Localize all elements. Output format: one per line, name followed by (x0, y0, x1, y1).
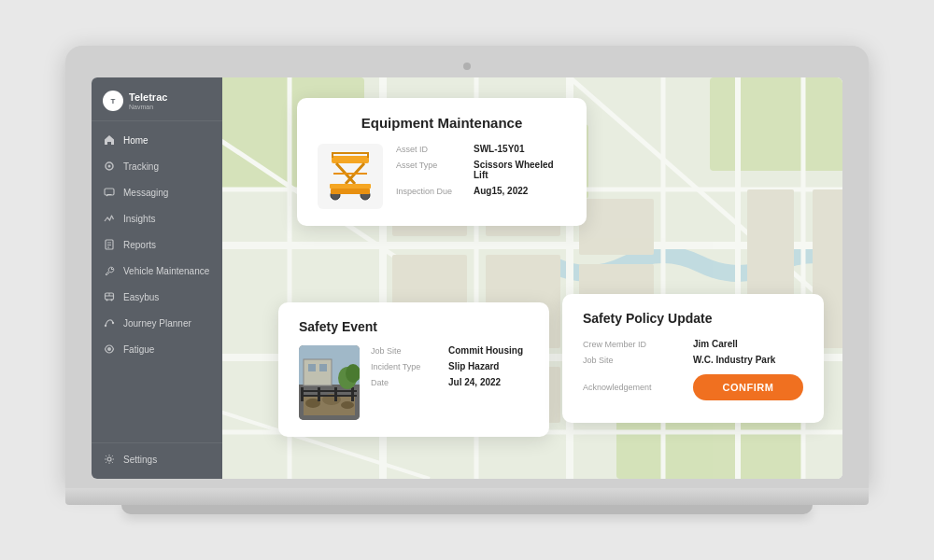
svg-rect-50 (330, 184, 371, 189)
sidebar-item-tracking-label: Tracking (123, 161, 159, 172)
svg-point-8 (106, 300, 108, 301)
svg-point-9 (111, 300, 113, 301)
job-site-row: Job Site Commit Housing (371, 345, 523, 356)
equipment-card-body: Asset ID SWL-15Y01 Asset Type Scissors W… (318, 144, 566, 209)
safety-event-image (299, 345, 360, 420)
maintenance-icon (103, 264, 116, 277)
svg-rect-66 (351, 387, 354, 401)
svg-point-12 (105, 325, 106, 327)
svg-rect-64 (318, 387, 320, 401)
sidebar-item-reports-label: Reports (123, 240, 156, 250)
sidebar-item-easybus-label: Easybus (123, 292, 159, 302)
svg-point-62 (341, 401, 354, 409)
asset-type-row: Asset Type Scissors Wheeled Lift (396, 160, 566, 180)
settings-icon (103, 453, 116, 466)
sidebar-item-journey-planner[interactable]: Journey Planner (92, 310, 222, 336)
screen: T Teletrac Navman Home Tra (92, 77, 842, 479)
sidebar-item-reports[interactable]: Reports (92, 231, 222, 258)
equipment-maintenance-card: Equipment Maintenance (297, 98, 587, 226)
sidebar-item-vehicle-maintenance[interactable]: Vehicle Maintenance (92, 258, 222, 284)
logo-icon: T (103, 91, 123, 111)
settings-item[interactable]: Settings (103, 453, 211, 466)
svg-point-14 (107, 347, 111, 351)
sidebar-item-vehicle-maintenance-label: Vehicle Maintenance (123, 266, 209, 276)
svg-rect-53 (331, 189, 370, 194)
sidebar-item-messaging-label: Messaging (123, 188, 168, 198)
svg-rect-39 (579, 199, 654, 255)
svg-point-13 (112, 322, 114, 324)
laptop-base (65, 488, 869, 505)
logo-text-block: Teletrac Navman (129, 91, 167, 110)
sidebar-item-messaging[interactable]: Messaging (92, 179, 222, 205)
policy-job-site-value: W.C. Industry Park (693, 355, 775, 365)
equipment-card-title: Equipment Maintenance (318, 115, 566, 131)
date-label: Date (371, 378, 441, 387)
job-site-value: Commit Housing (448, 345, 523, 356)
messaging-icon (103, 186, 116, 199)
incident-type-row: Incident Type Slip Hazard (371, 361, 523, 371)
easybus-icon (103, 290, 116, 303)
safety-event-card: Safety Event (278, 302, 549, 437)
equipment-details: Asset ID SWL-15Y01 Asset Type Scissors W… (396, 144, 566, 202)
svg-point-15 (107, 457, 111, 461)
logo-subname: Navman (129, 104, 167, 110)
incident-type-label: Incident Type (371, 362, 441, 371)
svg-rect-72 (319, 364, 327, 371)
asset-id-value: SWL-15Y01 (474, 144, 524, 154)
home-icon (103, 133, 116, 147)
asset-id-row: Asset ID SWL-15Y01 (396, 144, 566, 154)
confirm-button[interactable]: CONFIRM (693, 374, 803, 400)
logo-name: Teletrac (129, 91, 167, 103)
inspection-due-value: Aug15, 2022 (474, 186, 528, 196)
sidebar-item-home-label: Home (123, 135, 149, 146)
inspection-due-label: Inspection Due (396, 187, 466, 196)
svg-point-1 (108, 165, 111, 168)
tracking-icon (103, 160, 116, 173)
svg-rect-46 (332, 156, 369, 163)
sidebar-item-fatigue[interactable]: Fatigue (92, 336, 222, 362)
date-row: Date Jul 24, 2022 (371, 377, 523, 387)
crew-member-row: Crew Member ID Jim Carell (583, 339, 803, 349)
policy-job-site-row: Job Site W.C. Industry Park (583, 355, 803, 365)
safety-event-title: Safety Event (299, 319, 529, 334)
sidebar-settings[interactable]: Settings (92, 442, 222, 479)
policy-job-site-label: Job Site (583, 356, 686, 365)
webcam (463, 63, 471, 70)
sidebar-item-insights-label: Insights (123, 214, 155, 224)
sidebar-item-easybus[interactable]: Easybus (92, 284, 222, 310)
laptop-foot (121, 505, 813, 514)
inspection-due-row: Inspection Due Aug15, 2022 (396, 186, 566, 196)
asset-id-label: Asset ID (396, 145, 466, 154)
acknowledgement-row: Acknowledgement CONFIRM (583, 374, 803, 400)
sidebar-item-home[interactable]: Home (92, 127, 222, 153)
svg-rect-20 (710, 77, 842, 171)
sidebar: T Teletrac Navman Home Tra (92, 77, 222, 479)
insights-icon (103, 212, 116, 225)
fatigue-icon (103, 343, 116, 356)
journey-planner-icon (103, 316, 116, 329)
screen-bezel: T Teletrac Navman Home Tra (65, 46, 869, 488)
svg-rect-56 (332, 152, 369, 154)
safety-event-body: Job Site Commit Housing Incident Type Sl… (299, 345, 529, 420)
job-site-label: Job Site (371, 346, 441, 356)
safety-event-details: Job Site Commit Housing Incident Type Sl… (371, 345, 523, 393)
sidebar-item-tracking[interactable]: Tracking (92, 153, 222, 179)
incident-type-value: Slip Hazard (448, 361, 499, 371)
sidebar-item-insights[interactable]: Insights (92, 205, 222, 231)
svg-rect-71 (308, 364, 316, 371)
svg-rect-68 (301, 395, 357, 397)
equipment-image (318, 144, 383, 209)
sidebar-item-fatigue-label: Fatigue (123, 344, 154, 355)
asset-type-label: Asset Type (396, 161, 466, 170)
date-value: Jul 24, 2022 (448, 377, 501, 387)
laptop-container: T Teletrac Navman Home Tra (65, 46, 869, 514)
main-content: Equipment Maintenance (222, 77, 842, 479)
svg-rect-63 (301, 387, 304, 401)
asset-type-value: Scissors Wheeled Lift (474, 160, 566, 180)
svg-rect-70 (304, 359, 332, 385)
svg-rect-65 (334, 387, 337, 401)
crew-member-label: Crew Member ID (583, 340, 686, 349)
crew-member-value: Jim Carell (693, 339, 738, 349)
safety-policy-card: Safety Policy Update Crew Member ID Jim … (562, 294, 824, 423)
acknowledgement-label: Acknowledgement (583, 383, 686, 392)
